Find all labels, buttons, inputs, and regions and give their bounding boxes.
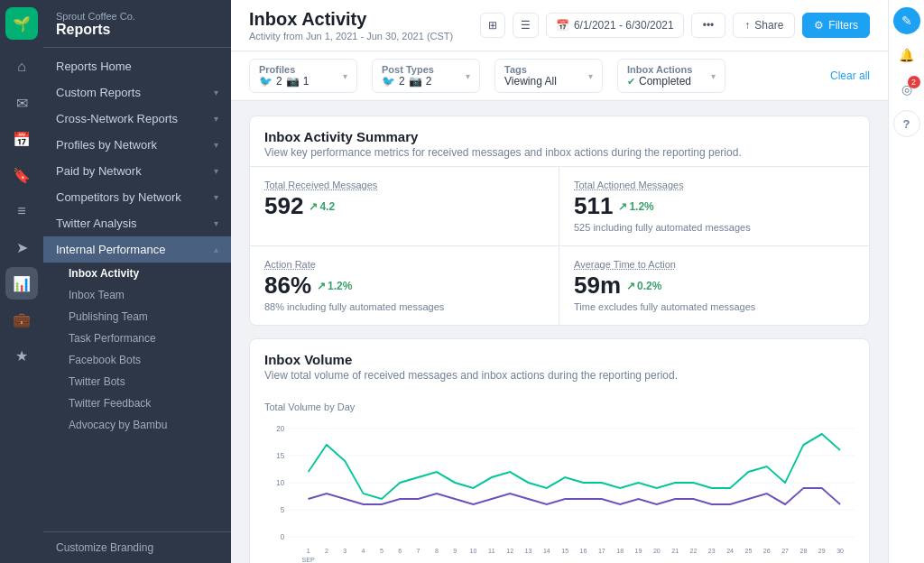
icon-rail: 🌱 ⌂ ✉ 📅 🔖 ≡ ➤ 📊 💼 ★	[0, 0, 43, 563]
clear-all-button[interactable]: Clear all	[830, 69, 870, 82]
sidebar-item-twitter-analysis[interactable]: Twitter Analysis ▾	[43, 210, 231, 236]
star-nav-icon[interactable]: ★	[5, 339, 38, 372]
inbox-actions-value: ✔ Completed	[627, 75, 692, 88]
header-title-area: Inbox Activity Activity from Jun 1, 2021…	[249, 9, 453, 42]
volume-card-title: Inbox Volume	[264, 352, 855, 367]
date-range-label: 6/1/2021 - 6/30/2021	[574, 19, 674, 32]
svg-text:17: 17	[598, 547, 605, 556]
metric-change-action-rate: ↗ 1.2%	[317, 280, 352, 292]
metric-total-actioned: Total Actioned Messages 511 ↗ 1.2% 525 i…	[559, 167, 869, 246]
more-options-button[interactable]: •••	[691, 13, 726, 38]
send-nav-icon[interactable]: ➤	[5, 231, 38, 263]
sidebar-sub-inbox-activity[interactable]: Inbox Activity	[56, 263, 231, 284]
briefcase-nav-icon[interactable]: 💼	[5, 303, 38, 336]
sidebar-item-paid-by-network[interactable]: Paid by Network ▾	[43, 158, 231, 184]
svg-text:4: 4	[362, 547, 365, 556]
grid-view-button[interactable]: ⊞	[480, 13, 505, 38]
svg-text:5: 5	[281, 505, 285, 515]
post-types-filter[interactable]: Post Types 🐦 2 📷 2 ▾	[372, 59, 480, 93]
svg-text:29: 29	[818, 547, 826, 556]
metric-label-action-rate: Action Rate	[264, 259, 544, 270]
filter-bar: Profiles 🐦 2 📷 1 ▾ Post Types 🐦 2 📷 2	[231, 51, 888, 101]
sidebar-header: Sprout Coffee Co. Reports	[43, 0, 231, 48]
summary-card-subtitle: View key performance metrics for receive…	[264, 146, 855, 159]
chevron-down-icon: ▾	[214, 166, 218, 176]
summary-card: Inbox Activity Summary View key performa…	[249, 115, 870, 326]
sidebar-item-competitors-by-network[interactable]: Competitors by Network ▾	[43, 184, 231, 210]
main-content-area: Inbox Activity Summary View key performa…	[231, 101, 888, 563]
reports-nav-icon[interactable]: 📊	[5, 267, 38, 300]
sidebar-sub-facebook-bots[interactable]: Facebook Bots	[56, 349, 231, 371]
svg-text:16: 16	[580, 547, 587, 556]
page-subtitle: Activity from Jun 1, 2021 - Jun 30, 2021…	[249, 31, 453, 42]
sidebar-sub-advocacy[interactable]: Advocacy by Bambu	[56, 414, 231, 436]
sidebar-item-reports-home[interactable]: Reports Home	[43, 53, 231, 79]
chevron-down-icon: ▾	[711, 71, 716, 81]
activity-icon[interactable]: ◎ 2	[893, 76, 920, 103]
twitter-icon: 🐦	[382, 75, 395, 88]
svg-text:20: 20	[276, 424, 284, 434]
calendar-nav-icon[interactable]: 📅	[5, 123, 38, 155]
sidebar-item-internal-performance[interactable]: Internal Performance ▴	[43, 236, 231, 263]
volume-card: Inbox Volume View total volume of receiv…	[249, 338, 870, 563]
chevron-down-icon: ▾	[214, 114, 218, 124]
sidebar-sub-twitter-feedback[interactable]: Twitter Feedback	[56, 392, 231, 414]
compose-button[interactable]: ✎	[893, 7, 920, 34]
volume-chart: 20 15 10 5 0 1 2 3 4 5	[264, 420, 855, 563]
svg-text:22: 22	[690, 547, 698, 556]
svg-text:23: 23	[708, 547, 716, 556]
sidebar-item-profiles-by-network[interactable]: Profiles by Network ▾	[43, 132, 231, 158]
sidebar-label-profiles-by-network: Profiles by Network	[56, 138, 157, 152]
sidebar-sub-publishing-team[interactable]: Publishing Team	[56, 306, 231, 328]
list-view-button[interactable]: ☰	[513, 13, 539, 38]
post-types-filter-label: Post Types	[382, 64, 434, 75]
tags-filter[interactable]: Tags Viewing All ▾	[494, 59, 603, 93]
page-title: Inbox Activity	[249, 9, 453, 30]
filters-button[interactable]: ⚙ Filters	[802, 13, 870, 38]
chart-svg: 20 15 10 5 0 1 2 3 4 5	[264, 420, 855, 563]
profiles-filter-value: 🐦 2 📷 1	[259, 75, 309, 88]
svg-text:28: 28	[800, 547, 808, 556]
svg-text:2: 2	[325, 547, 328, 556]
sidebar-item-cross-network[interactable]: Cross-Network Reports ▾	[43, 106, 231, 132]
svg-text:20: 20	[653, 547, 661, 556]
share-button[interactable]: ↑ Share	[733, 13, 795, 38]
profiles-filter-label: Profiles	[259, 64, 309, 75]
chevron-down-icon: ▾	[588, 71, 593, 81]
sidebar-sub-inbox-team[interactable]: Inbox Team	[56, 284, 231, 306]
chevron-down-icon: ▾	[343, 71, 347, 81]
list-nav-icon[interactable]: ≡	[5, 195, 38, 227]
volume-chart-area: Total Volume by Day 20 15 10 5	[250, 389, 869, 563]
main-content: Inbox Activity Activity from Jun 1, 2021…	[231, 0, 888, 563]
svg-text:26: 26	[763, 547, 771, 556]
chart-label: Total Volume by Day	[264, 401, 855, 412]
svg-text:18: 18	[616, 547, 624, 556]
svg-text:25: 25	[745, 547, 753, 556]
summary-card-header: Inbox Activity Summary View key performa…	[250, 116, 869, 166]
header-actions: ⊞ ☰ 📅 6/1/2021 - 6/30/2021 ••• ↑ Share ⚙…	[480, 13, 870, 38]
chevron-down-icon: ▾	[214, 192, 218, 202]
date-range-picker[interactable]: 📅 6/1/2021 - 6/30/2021	[546, 13, 684, 38]
svg-text:21: 21	[671, 547, 679, 556]
metric-value-action-rate: 86% ↗ 1.2%	[264, 272, 544, 300]
bookmark-nav-icon[interactable]: 🔖	[5, 159, 38, 191]
sidebar-sub-task-performance[interactable]: Task Performance	[56, 328, 231, 349]
sidebar-item-custom-reports[interactable]: Custom Reports ▾	[43, 79, 231, 106]
sidebar-customize-branding[interactable]: Customize Branding	[43, 531, 231, 563]
bell-icon[interactable]: 🔔	[893, 42, 920, 69]
inbox-actions-filter[interactable]: Inbox Actions ✔ Completed ▾	[617, 59, 725, 93]
metric-avg-time: Average Time to Action 59m ↗ 0.2% Time e…	[559, 246, 869, 325]
sidebar-sub-twitter-bots[interactable]: Twitter Bots	[56, 371, 231, 392]
main-header: Inbox Activity Activity from Jun 1, 2021…	[231, 0, 888, 51]
help-icon[interactable]: ?	[893, 110, 920, 137]
sprout-logo[interactable]: 🌱	[5, 7, 38, 40]
home-nav-icon[interactable]: ⌂	[5, 51, 38, 83]
svg-text:7: 7	[417, 547, 420, 556]
svg-text:10: 10	[470, 547, 477, 556]
metric-label-total-received: Total Received Messages	[264, 180, 544, 190]
messages-nav-icon[interactable]: ✉	[5, 87, 38, 119]
instagram-icon: 📷	[286, 75, 300, 88]
profiles-filter[interactable]: Profiles 🐦 2 📷 1 ▾	[249, 59, 357, 93]
svg-text:15: 15	[276, 451, 284, 461]
metric-label-avg-time: Average Time to Action	[574, 259, 855, 270]
